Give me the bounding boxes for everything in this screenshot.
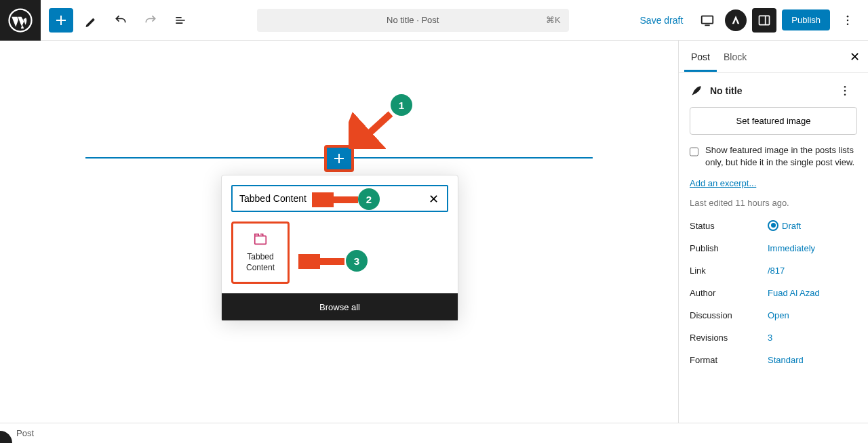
view-button[interactable] (695, 8, 719, 33)
clear-search-button[interactable]: ✕ (427, 192, 440, 205)
document-outline-button[interactable] (168, 8, 193, 33)
meta-value-discussion: Open (768, 310, 789, 320)
annotation-arrow-3 (298, 254, 347, 269)
annotation-marker-3: 3 (346, 250, 368, 272)
featured-image-visibility-checkbox[interactable] (690, 146, 698, 158)
settings-sidebar: Post Block ✕ No title Set featured image… (678, 41, 868, 423)
editor-main: 1 ✕ Tabbed Content Browse all (0, 41, 868, 423)
annotation-arrow-2 (312, 192, 361, 207)
svg-rect-8 (255, 236, 267, 245)
toolbar-center: No title · Post ⌘K (201, 9, 625, 32)
editor-canvas[interactable]: 1 ✕ Tabbed Content Browse all (0, 41, 678, 423)
meta-row-publish[interactable]: Publish Immediately (690, 243, 857, 253)
document-title: No title (710, 85, 742, 96)
meta-label-publish: Publish (690, 243, 768, 253)
document-summary-row: No title (690, 84, 857, 98)
meta-label-format: Format (690, 355, 768, 365)
inline-block-inserter[interactable] (324, 145, 354, 172)
featured-image-visibility-row: Show featured image in the posts lists o… (690, 144, 857, 169)
svg-point-5 (847, 23, 849, 25)
post-meta-list: Status Draft Publish Immediately Link /8… (690, 220, 857, 365)
meta-label-revisions: Revisions (690, 333, 768, 343)
meta-row-format[interactable]: Format Standard (690, 355, 857, 365)
options-button[interactable] (835, 8, 860, 33)
last-edited-text: Last edited 11 hours ago. (690, 198, 857, 208)
meta-value-author: Fuad Al Azad (768, 288, 820, 298)
featured-image-visibility-label: Show featured image in the posts lists o… (705, 144, 857, 169)
annotation-arrow-1 (349, 108, 396, 149)
meta-label-discussion: Discussion (690, 310, 768, 320)
meta-value-publish: Immediately (768, 243, 815, 253)
svg-point-3 (847, 15, 849, 17)
sidebar-tabs: Post Block ✕ (679, 41, 868, 73)
meta-value-status: Draft (768, 220, 801, 231)
add-excerpt-link[interactable]: Add an excerpt... (690, 178, 756, 188)
draft-status-icon (768, 220, 778, 231)
feather-icon (690, 84, 703, 98)
meta-label-link: Link (690, 266, 768, 276)
editor-top-toolbar: No title · Post ⌘K Save draft Publish (0, 0, 868, 41)
undo-button[interactable] (108, 8, 133, 33)
redo-button[interactable] (138, 8, 163, 33)
tab-post[interactable]: Post (684, 42, 717, 72)
block-item-tabbed-content[interactable]: Tabbed Content (231, 222, 290, 284)
meta-value-revisions: 3 (768, 333, 772, 343)
toolbar-right-group: Save draft Publish (625, 8, 868, 33)
meta-label-status: Status (690, 221, 768, 231)
close-sidebar-button[interactable]: ✕ (850, 49, 860, 64)
svg-point-13 (844, 86, 846, 88)
svg-line-7 (361, 114, 391, 141)
annotation-marker-2: 2 (358, 188, 380, 210)
toolbar-left-group (41, 8, 201, 33)
svg-rect-1 (702, 16, 713, 23)
add-block-button[interactable] (49, 8, 73, 33)
document-title-text: No title · Post (387, 15, 439, 25)
meta-label-author: Author (690, 288, 768, 298)
tabbed-content-icon (252, 232, 269, 247)
astra-icon[interactable] (725, 9, 747, 31)
block-item-label: Tabbed Content (233, 252, 288, 273)
document-title-bar[interactable]: No title · Post ⌘K (257, 9, 569, 32)
tools-button[interactable] (79, 8, 103, 33)
settings-toggle-button[interactable] (752, 8, 776, 33)
editor-footer: Post (0, 423, 868, 443)
svg-rect-2 (760, 16, 770, 24)
meta-row-revisions[interactable]: Revisions 3 (690, 333, 857, 343)
wordpress-logo[interactable] (0, 0, 41, 41)
svg-point-15 (844, 94, 846, 96)
browse-all-button[interactable]: Browse all (222, 293, 458, 320)
meta-row-author[interactable]: Author Fuad Al Azad (690, 288, 857, 298)
command-shortcut: ⌘K (546, 15, 561, 25)
save-draft-button[interactable]: Save draft (633, 11, 690, 30)
svg-point-4 (847, 19, 849, 21)
tab-block[interactable]: Block (717, 42, 753, 72)
meta-value-link: /817 (768, 266, 785, 276)
meta-row-link[interactable]: Link /817 (690, 266, 857, 276)
document-actions-button[interactable] (833, 79, 857, 103)
publish-button[interactable]: Publish (782, 9, 830, 30)
svg-point-14 (844, 90, 846, 92)
sidebar-body: No title Set featured image Show feature… (679, 73, 868, 376)
meta-row-status[interactable]: Status Draft (690, 220, 857, 231)
meta-row-discussion[interactable]: Discussion Open (690, 310, 857, 320)
set-featured-image-button[interactable]: Set featured image (690, 107, 857, 135)
breadcrumb[interactable]: Post (16, 428, 34, 438)
meta-value-format: Standard (768, 355, 804, 365)
